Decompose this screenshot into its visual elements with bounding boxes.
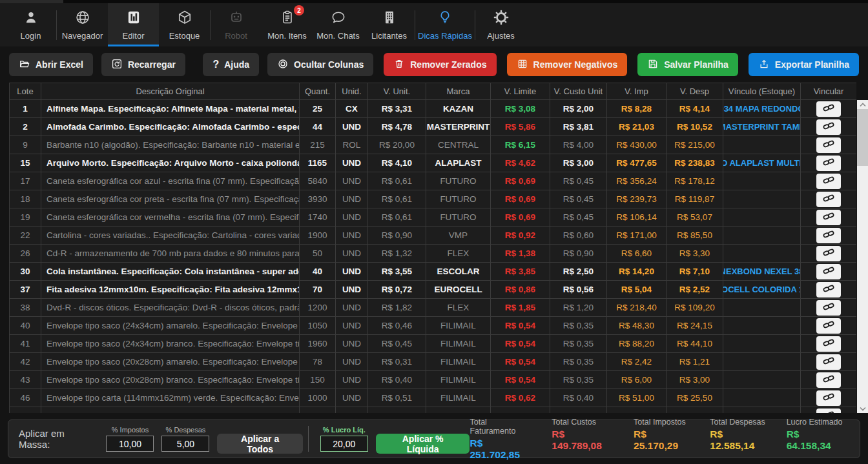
cell-unid: UND <box>336 317 368 335</box>
nav-item-login[interactable]: Login <box>5 3 56 46</box>
scroll-down-arrow-icon[interactable] <box>857 404 868 413</box>
column-header-quant[interactable]: Quant. <box>300 83 336 100</box>
hide-columns-button[interactable]: Ocultar Colunas <box>267 53 373 76</box>
table-row[interactable]: 46Envelope tipo carta (114mmx162mm) verd… <box>9 389 868 407</box>
link-button[interactable] <box>816 192 841 207</box>
cell-vlimite: R$ 3,85 <box>491 263 550 281</box>
column-header-vdesp[interactable]: V. Desp <box>666 83 723 100</box>
nav-item-ajustes[interactable]: Ajustes <box>475 3 526 46</box>
link-button[interactable] <box>816 336 841 352</box>
open-excel-button[interactable]: Abrir Excel <box>9 53 93 76</box>
column-header-vlimite[interactable]: V. Limite <box>491 83 550 100</box>
chain-link-icon <box>823 194 834 205</box>
nav-item-estoque[interactable]: Estoque <box>159 3 210 46</box>
cell-vunit: R$ 0,90 <box>368 227 426 245</box>
column-header-descricao[interactable]: Descrição Original <box>41 83 300 100</box>
column-header-unid[interactable]: Unid. <box>336 83 368 100</box>
table-row[interactable]: 17Caneta esferográfica cor azul - escrit… <box>9 172 868 190</box>
nav-item-mon-itens[interactable]: 2 Mon. Itens <box>262 3 313 46</box>
table-row[interactable]: 26Cd-R - armazenamento de 700 mb para da… <box>9 245 868 263</box>
nav-item-navegador[interactable]: Navegador <box>57 3 108 46</box>
impostos-input[interactable] <box>106 436 154 452</box>
remove-negatives-button[interactable]: Remover Negativos <box>507 53 628 76</box>
table-row[interactable]: 43Envelope tipo saco (20x28cm) branco. E… <box>9 371 868 389</box>
nav-item-robot[interactable]: Robot <box>211 3 262 46</box>
link-button[interactable] <box>816 372 841 388</box>
cell-vimp <box>607 407 666 413</box>
export-spreadsheet-button[interactable]: Exportar Planilha <box>749 53 859 76</box>
table-row[interactable]: 38Dvd-R - discos óticos. Especificação: … <box>9 299 868 317</box>
link-button[interactable] <box>816 282 841 298</box>
table-row[interactable]: 42Envelope tipo saco (20x28cm) amarelo. … <box>9 353 868 371</box>
table-row[interactable]: 41Envelope tipo saco (24x34cm) branco. E… <box>9 335 868 353</box>
cell-vincular <box>801 263 856 281</box>
table-row[interactable]: 2Almofada Carimbo. Especificação: Almofa… <box>9 118 868 136</box>
link-button[interactable] <box>816 210 841 225</box>
cell-vunit: R$ 0,51 <box>368 389 426 407</box>
cell-quant: 1960 <box>300 335 336 353</box>
link-button[interactable] <box>816 137 841 153</box>
column-header-lote[interactable]: Lote <box>9 83 41 100</box>
link-button[interactable] <box>816 119 841 135</box>
cell-descricao: Envelope tipo saco (24x34cm) amarelo. Es… <box>41 317 300 335</box>
column-header-marca[interactable]: Marca <box>426 83 491 100</box>
cell-vunit: R$ 1,32 <box>368 245 426 263</box>
nav-item-dicas-rapidas[interactable]: Dicas Rápidas <box>415 3 475 46</box>
table-row[interactable]: 37Fita adesiva 12mmx10m. Especificação: … <box>9 281 868 299</box>
table-row[interactable]: 9Barbante n10 (algodão). Especificação: … <box>9 136 868 154</box>
lucro-input[interactable] <box>320 436 368 452</box>
column-header-vunit[interactable]: V. Unit. <box>368 83 426 100</box>
table-row[interactable]: 30Cola instantânea. Especificação: Cola … <box>9 263 868 281</box>
column-header-vcusto[interactable]: V. Custo Unit <box>550 83 607 100</box>
link-button[interactable] <box>816 318 841 334</box>
table-row[interactable]: 18Caneta esferográfica cor preta - escri… <box>9 190 868 208</box>
table-row[interactable]: 19Caneta esferográfica cor vermelha - es… <box>9 208 868 227</box>
reload-button[interactable]: Recarregar <box>101 53 185 76</box>
link-button[interactable] <box>816 174 841 189</box>
scroll-up-arrow-icon[interactable] <box>857 100 868 109</box>
scrollbar-thumb[interactable] <box>857 109 868 166</box>
cell-marca: EUROCELL <box>426 281 491 299</box>
cell-quant: 25 <box>300 100 336 118</box>
column-header-vimp[interactable]: V. Imp <box>607 83 666 100</box>
table-row[interactable] <box>9 407 868 413</box>
link-button[interactable] <box>816 246 841 261</box>
column-header-vinculo[interactable]: Vínculo (Estoque) <box>723 83 801 100</box>
table-row[interactable]: 40Envelope tipo saco (24x34cm) amarelo. … <box>9 317 868 335</box>
table-row[interactable]: 22Cartolina - cores variadas.. Especific… <box>9 227 868 245</box>
cell-quant: 3930 <box>300 190 336 208</box>
table-row[interactable]: 15Arquivo Morto. Especificação: Arquivo … <box>9 154 868 172</box>
cell-vdesp: R$ 1,21 <box>666 353 723 371</box>
table-body: 1Alfinete Mapa. Especificação: Alfinete … <box>9 100 868 413</box>
link-button[interactable] <box>816 156 841 171</box>
link-button[interactable] <box>816 409 841 414</box>
remove-zeros-button[interactable]: Remover Zerados <box>384 53 496 76</box>
vertical-scrollbar[interactable] <box>857 100 868 413</box>
nav-item-editor[interactable]: Editor <box>108 3 159 46</box>
link-button[interactable] <box>816 101 841 117</box>
help-button[interactable]: ? Ajuda <box>203 53 259 76</box>
column-header-vincular[interactable]: Vincular <box>801 83 856 100</box>
link-button[interactable] <box>816 228 841 243</box>
table-row[interactable]: 1Alfinete Mapa. Especificação: Alfinete … <box>9 100 868 118</box>
cell-quant: 1900 <box>300 227 336 245</box>
cell-vunit: R$ 4,78 <box>368 118 426 136</box>
despesas-input[interactable] <box>161 436 209 452</box>
cell-vinculo: NEXBOND NEXEL 38 <box>723 263 801 281</box>
cell-lote <box>9 407 41 413</box>
link-button[interactable] <box>816 300 841 316</box>
cell-vincular <box>801 100 856 118</box>
nav-item-licitantes[interactable]: Licitantes <box>364 3 415 46</box>
apply-all-button[interactable]: Aplicar a Todos <box>217 434 302 454</box>
total-impostos-label: Total Impostos <box>634 418 692 427</box>
link-button[interactable] <box>816 264 841 279</box>
cell-vincular <box>801 118 856 136</box>
cell-vdesp: R$ 44,10 <box>666 335 723 353</box>
link-button[interactable] <box>816 354 841 370</box>
apply-liquid-button[interactable]: Aplicar % Líquida <box>376 434 470 454</box>
cell-vdesp: R$ 24,15 <box>666 317 723 335</box>
save-spreadsheet-button[interactable]: Salvar Planilha <box>637 53 738 76</box>
cell-unid: UND <box>336 190 368 208</box>
nav-item-mon-chats[interactable]: Mon. Chats <box>313 3 364 46</box>
link-button[interactable] <box>816 390 841 406</box>
